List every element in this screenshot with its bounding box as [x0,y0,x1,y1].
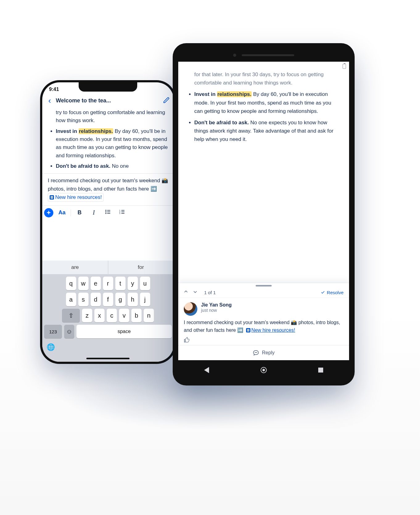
comment-author: Jie Yan Song [201,302,232,308]
battery-icon [343,64,346,69]
key-y[interactable]: y [128,277,138,290]
doc-bullet: Invest in relationships. By day 60, you'… [194,90,340,115]
comment-sheet: 1 of 1 Resolve Jie Yan Song just now I r… [178,283,349,360]
key-n[interactable]: n [144,309,154,322]
page-link-chip[interactable]: New hire resources! [48,193,104,202]
key-d[interactable]: d [91,293,101,306]
space-key[interactable]: space [76,325,172,338]
prev-comment-button[interactable] [184,290,188,295]
svg-point-2 [105,211,106,212]
ios-home-indicator[interactable] [86,358,130,359]
editor-toolbar: + Aa B I 123 [42,205,174,220]
key-x[interactable]: x [94,309,105,322]
resolve-button[interactable]: Resolve [321,290,344,295]
android-nav-bar [178,360,349,380]
key-g[interactable]: g [115,293,126,306]
comment-counter: 1 of 1 [204,290,216,295]
iphone-device: 9:41 ‹ Welcome to the tea... try to focu… [40,80,176,364]
svg-rect-11 [121,213,125,214]
key-s[interactable]: s [78,293,89,306]
emoji-key[interactable]: ☺ [64,325,74,338]
svg-point-0 [105,210,106,211]
page-title: Welcome to the tea... [56,97,161,104]
key-c[interactable]: c [107,309,117,322]
page-link[interactable]: New hire resources! [251,328,295,333]
keyboard-suggestions[interactable]: are for [42,261,174,274]
key-q[interactable]: q [66,277,76,290]
doc-icon [50,195,54,200]
suggestion[interactable]: for [108,261,174,274]
italic-button[interactable]: I [88,209,99,216]
android-device: for that later. In your first 30 days, t… [173,43,355,385]
highlighted-text[interactable]: relationships. [79,128,113,134]
chevron-down-icon [193,290,197,294]
back-button[interactable]: ‹ [46,96,53,105]
svg-rect-7 [121,210,125,211]
svg-rect-1 [107,210,110,211]
key-v[interactable]: v [119,309,129,322]
thumbs-up-icon [184,337,190,343]
svg-rect-9 [121,212,125,212]
next-comment-button[interactable] [193,290,197,295]
page-header: ‹ Welcome to the tea... [42,94,174,109]
key-b[interactable]: b [131,309,142,322]
key-a[interactable]: a [66,293,76,306]
camera-icon [233,54,236,57]
iphone-notch [79,82,137,92]
reply-button[interactable]: Reply [178,345,349,360]
bullet-list-icon [105,209,111,215]
camera-emoji: 📸 [291,320,297,325]
comment-body: I recommend checking out your team's wee… [178,317,349,334]
svg-text:3: 3 [119,212,120,214]
document-body[interactable]: for that later. In your first 30 days, t… [178,70,349,151]
bold-button[interactable]: B [74,209,85,216]
android-home-button[interactable] [261,367,267,373]
sheet-drag-handle[interactable] [256,285,272,286]
comment-timestamp: just now [201,308,232,313]
arrow-emoji: ➡️ [150,186,157,192]
chevron-up-icon [184,290,188,294]
bullet-list-button[interactable] [102,209,113,216]
key-u[interactable]: u [140,277,150,290]
text-style-button[interactable]: Aa [56,209,68,216]
key-r[interactable]: r [103,277,113,290]
doc-icon [246,328,250,332]
key-e[interactable]: e [91,277,101,290]
speaker-grille [242,54,294,56]
edit-button[interactable] [163,97,170,105]
key-z[interactable]: z [82,309,92,322]
globe-key[interactable]: 🌐 [42,341,174,351]
numbered-list-icon: 123 [119,209,125,215]
ios-keyboard[interactable]: are for q w e r t y u a s d f g [42,261,174,362]
key-t[interactable]: t [115,277,126,290]
pencil-icon [163,97,170,104]
check-icon [321,290,325,295]
key-h[interactable]: h [128,293,138,306]
key-w[interactable]: w [78,277,89,290]
suggestion[interactable]: are [42,261,108,274]
android-status-bar [178,62,349,70]
doc-bullet: Don't be afraid to ask. No one expects y… [194,118,340,144]
camera-emoji: 📸 [162,178,168,183]
numbered-list-button[interactable]: 123 [117,209,128,216]
numbers-key[interactable]: 123 [44,325,62,338]
reply-icon [253,350,259,356]
doc-bullet: Invest in relationships. By day 60, you'… [56,127,168,160]
android-back-button[interactable] [204,367,209,373]
doc-bullet: Don't be afraid to ask. No one [56,162,168,170]
insert-button[interactable]: + [44,208,53,217]
shift-key[interactable]: ⇧ [62,309,80,322]
android-recents-button[interactable] [318,368,323,373]
android-bezel-top [178,49,349,62]
key-f[interactable]: f [103,293,113,306]
key-j[interactable]: j [140,293,150,306]
highlighted-text[interactable]: relationships. [217,91,252,97]
svg-rect-5 [107,213,110,214]
inline-comment-preview[interactable]: I recommend checking out your team's wee… [42,174,174,205]
document-body[interactable]: try to focus on getting comfortable and … [42,109,174,170]
doc-paragraph: try to focus on getting comfortable and … [48,109,168,125]
svg-rect-3 [107,212,110,212]
comment-item: Jie Yan Song just now [178,298,349,317]
avatar[interactable] [184,302,197,316]
like-button[interactable] [178,334,349,345]
